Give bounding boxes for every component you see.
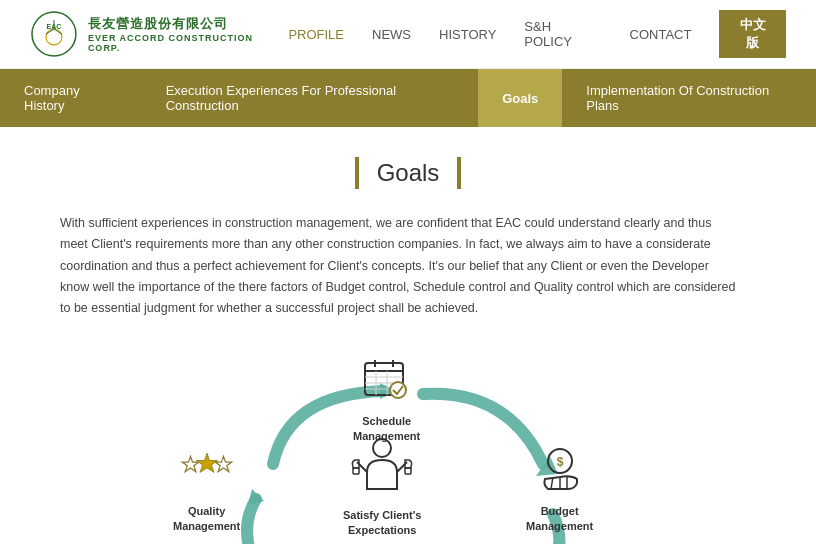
quality-label: QualityManagement xyxy=(173,504,240,533)
svg-point-0 xyxy=(32,12,76,56)
subnav-goals[interactable]: Goals xyxy=(478,69,562,127)
subnav-company-history[interactable]: Company History xyxy=(0,69,142,127)
svg-rect-49 xyxy=(405,468,411,474)
node-schedule: ScheduleManagement xyxy=(353,354,420,443)
subnav: Company History Execution Experiences Fo… xyxy=(0,69,816,127)
node-quality: QualityManagement xyxy=(173,444,240,533)
title-bar-left xyxy=(355,157,359,189)
node-budget: $ BudgetManagement xyxy=(526,444,593,533)
center-icon xyxy=(347,434,417,504)
svg-point-47 xyxy=(373,439,391,457)
nav-snh[interactable]: S&H POLICY xyxy=(524,19,601,49)
center-label: Satisfy Client'sExpectations xyxy=(343,508,421,537)
subnav-implementation[interactable]: Implementation Of Construction Plans xyxy=(562,69,816,127)
svg-marker-45 xyxy=(196,453,217,472)
nav-profile[interactable]: PROFILE xyxy=(288,27,344,42)
subnav-execution[interactable]: Execution Experiences For Professional C… xyxy=(142,69,479,127)
page-content: Goals With sufficient experiences in con… xyxy=(0,127,816,544)
budget-icon: $ xyxy=(532,444,588,500)
goals-diagram: ScheduleManagement $ BudgetManagement xyxy=(168,349,648,544)
node-center: Satisfy Client'sExpectations xyxy=(343,434,421,537)
svg-marker-9 xyxy=(248,489,264,505)
logo-area: EAC 長友營造股份有限公司 EVER ACCORD CONSTRUCTION … xyxy=(30,10,288,58)
page-title: Goals xyxy=(377,159,440,187)
page-description: With sufficient experiences in construct… xyxy=(60,213,740,319)
nav-contact[interactable]: CONTACT xyxy=(630,27,692,42)
title-bar-right xyxy=(457,157,461,189)
quality-icon xyxy=(179,444,235,500)
svg-marker-44 xyxy=(182,457,198,472)
svg-rect-48 xyxy=(353,468,359,474)
page-title-wrap: Goals xyxy=(60,157,756,189)
budget-label: BudgetManagement xyxy=(526,504,593,533)
logo-english: EVER ACCORD CONSTRUCTION CORP. xyxy=(88,33,289,53)
nav-area: PROFILE NEWS HISTORY S&H POLICY CONTACT … xyxy=(288,10,786,58)
svg-point-2 xyxy=(46,29,62,45)
nav-news[interactable]: NEWS xyxy=(372,27,411,42)
chinese-lang-button[interactable]: 中文版 xyxy=(719,10,786,58)
logo-icon: EAC xyxy=(30,10,78,58)
nav-history[interactable]: HISTORY xyxy=(439,27,496,42)
logo-chinese: 長友營造股份有限公司 xyxy=(88,15,289,33)
svg-point-20 xyxy=(390,382,406,398)
svg-text:$: $ xyxy=(556,455,563,469)
schedule-icon xyxy=(359,354,415,410)
header: EAC 長友營造股份有限公司 EVER ACCORD CONSTRUCTION … xyxy=(0,0,816,69)
logo-text: 長友營造股份有限公司 EVER ACCORD CONSTRUCTION CORP… xyxy=(88,15,289,53)
svg-marker-46 xyxy=(215,457,231,472)
